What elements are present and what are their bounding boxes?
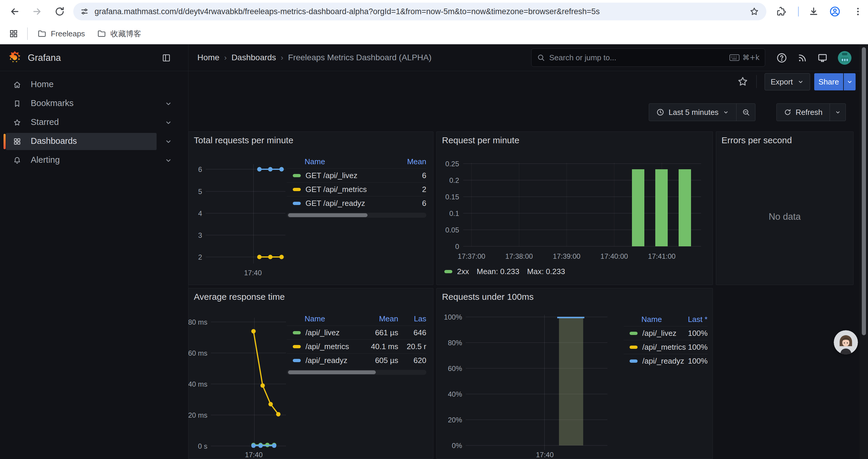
- legend-value: 6: [391, 171, 426, 180]
- bar-chart[interactable]: 0.250.20.150.10.05017:37:0017:38:0017:39…: [437, 132, 713, 285]
- series-name: 2xx: [457, 267, 469, 276]
- chevron-down-icon[interactable]: [164, 156, 173, 165]
- svg-text:0.25: 0.25: [445, 160, 459, 168]
- floating-assistant-avatar[interactable]: [834, 330, 858, 355]
- svg-text:0: 0: [455, 242, 459, 251]
- legend-row[interactable]: /api/_livez100%: [624, 326, 708, 340]
- legend-row[interactable]: /api/_metrics40.1 ms20.5 r: [287, 339, 426, 353]
- series-color-pill: [293, 345, 301, 348]
- scrollbar-thumb[interactable]: [862, 47, 866, 335]
- legend-scrollbar-thumb[interactable]: [288, 213, 368, 217]
- favorite-star-icon[interactable]: [735, 74, 750, 89]
- legend-row[interactable]: GET /api/_readyz6: [287, 196, 426, 210]
- legend-row[interactable]: GET /api/_metrics2: [287, 182, 426, 196]
- legend-value: 40.1 ms: [354, 342, 398, 351]
- sidebar-item-starred[interactable]: Starred: [0, 113, 188, 132]
- legend-row[interactable]: /api/_readyz100%: [624, 354, 708, 368]
- time-range-picker[interactable]: Last 5 minutes: [649, 104, 736, 121]
- legend-header-name[interactable]: Name: [287, 157, 391, 166]
- legend-header-col[interactable]: Las: [398, 314, 426, 323]
- news-rss-icon[interactable]: [796, 52, 809, 64]
- panel-title[interactable]: Errors per second: [721, 135, 792, 145]
- export-button[interactable]: Export: [765, 73, 810, 90]
- back-icon[interactable]: [8, 5, 21, 18]
- sidebar-item-label: Dashboards: [31, 136, 77, 146]
- legend-row[interactable]: GET /api/_livez6: [287, 168, 426, 182]
- user-avatar[interactable]: [838, 51, 851, 65]
- download-icon[interactable]: [807, 5, 820, 18]
- sidebar-item-alerting[interactable]: Alerting: [0, 151, 188, 170]
- share-dropdown-button[interactable]: [844, 73, 856, 90]
- legend-row-2xx[interactable]: 2xx Mean: 0.233 Max: 0.233: [444, 267, 565, 276]
- apps-shortcut-icon[interactable]: [7, 27, 20, 40]
- series-name[interactable]: /api/_livez: [306, 328, 340, 337]
- site-settings-icon[interactable]: [80, 7, 89, 16]
- svg-text:0.15: 0.15: [445, 193, 459, 201]
- legend-header-col[interactable]: Last *: [675, 315, 708, 324]
- refresh-interval-button[interactable]: [830, 104, 845, 121]
- forward-icon[interactable]: [30, 5, 43, 18]
- sidebar-item-bookmarks[interactable]: Bookmarks: [0, 94, 188, 113]
- profile-icon[interactable]: [829, 5, 841, 18]
- chevron-down-icon[interactable]: [164, 100, 173, 108]
- breadcrumb-home[interactable]: Home: [197, 53, 219, 62]
- legend-row[interactable]: /api/_readyz605 µs620: [287, 353, 426, 367]
- bookmark-folder-blogs[interactable]: 收藏博客: [92, 26, 147, 41]
- legend-row[interactable]: /api/_metrics100%: [624, 340, 708, 354]
- series-name[interactable]: GET /api/_readyz: [306, 199, 365, 208]
- legend-value: 620: [398, 356, 426, 365]
- sidebar-item-highlight: [6, 114, 157, 131]
- chevron-down-icon[interactable]: [164, 137, 173, 145]
- sidebar-item-dashboards[interactable]: Dashboards: [0, 132, 188, 151]
- series-name[interactable]: /api/_readyz: [306, 356, 347, 365]
- svg-text:3: 3: [198, 231, 202, 239]
- bookmarks-divider: [27, 28, 28, 40]
- svg-text:4: 4: [198, 209, 202, 218]
- legend-scrollbar[interactable]: [287, 370, 426, 375]
- search-icon: [537, 54, 545, 62]
- svg-text:100%: 100%: [444, 313, 462, 321]
- zoom-out-button[interactable]: [736, 104, 755, 121]
- legend-header-name[interactable]: Name: [624, 315, 675, 324]
- series-name[interactable]: GET /api/_metrics: [306, 185, 367, 194]
- bookmark-folder-freeleaps[interactable]: Freeleaps: [32, 26, 90, 41]
- breadcrumb-separator: ›: [281, 53, 283, 62]
- reload-icon[interactable]: [53, 5, 66, 18]
- legend-scrollbar-thumb[interactable]: [288, 370, 376, 374]
- series-name[interactable]: /api/_livez: [642, 329, 677, 338]
- legend-value: 646: [398, 328, 426, 337]
- chevron-down-icon[interactable]: [164, 119, 173, 127]
- series-name[interactable]: GET /api/_livez: [306, 171, 358, 180]
- legend-row[interactable]: /api/_livez661 µs646: [287, 326, 426, 339]
- svg-text:17:40: 17:40: [245, 451, 262, 459]
- extensions-icon[interactable]: [775, 5, 788, 18]
- sidebar-item-home[interactable]: Home: [0, 75, 188, 94]
- help-icon[interactable]: [775, 52, 788, 64]
- svg-text:0.05: 0.05: [445, 226, 459, 234]
- breadcrumb-dashboards[interactable]: Dashboards: [231, 53, 276, 62]
- legend-header-col[interactable]: Mean: [391, 157, 426, 166]
- url-bar[interactable]: grafana.mathmast.com/d/deytv4rwavabkb/fr…: [73, 3, 766, 21]
- monitor-icon[interactable]: [816, 52, 829, 64]
- grafana-logo[interactable]: [8, 51, 22, 65]
- search-box[interactable]: ⌘+k: [531, 48, 765, 67]
- series-mean: Mean: 0.233: [476, 267, 519, 276]
- browser-menu-icon[interactable]: [851, 5, 864, 18]
- page-scrollbar[interactable]: [860, 44, 868, 459]
- series-name[interactable]: /api/_metrics: [306, 342, 349, 351]
- star-icon: [13, 119, 21, 127]
- bookmark-star-icon[interactable]: [749, 6, 759, 17]
- refresh-button[interactable]: Refresh: [777, 104, 830, 121]
- legend-scrollbar[interactable]: [287, 213, 426, 218]
- legend-value: 2: [391, 185, 426, 194]
- search-input[interactable]: [549, 53, 730, 62]
- legend-header-col[interactable]: Mean: [354, 314, 398, 323]
- legend-header-name[interactable]: Name: [287, 314, 354, 323]
- clock-icon: [656, 108, 664, 117]
- svg-text:60 ms: 60 ms: [188, 349, 208, 357]
- dock-menu-icon[interactable]: [161, 52, 172, 64]
- page: grafana.mathmast.com/d/deytv4rwavabkb/fr…: [0, 0, 868, 459]
- brand-name: Grafana: [28, 53, 61, 63]
- svg-text:20 ms: 20 ms: [188, 411, 208, 419]
- share-button[interactable]: Share: [814, 73, 843, 90]
